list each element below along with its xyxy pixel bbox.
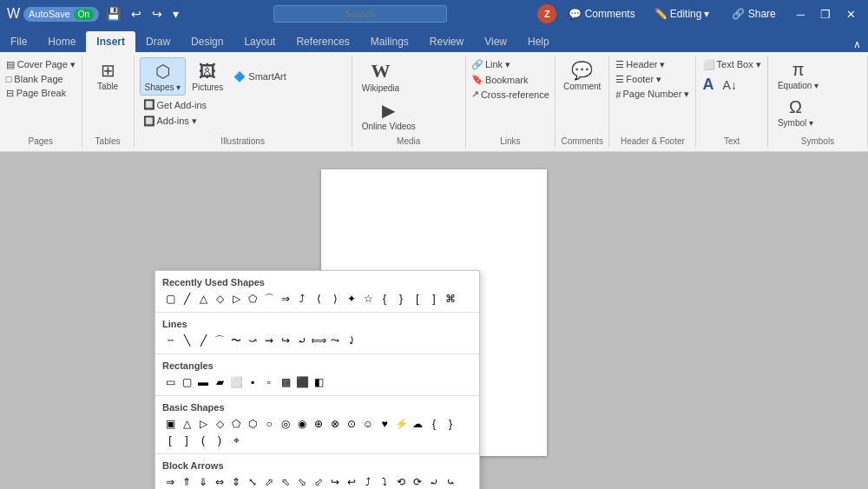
shape-item[interactable]: ⌖ [228,433,244,448]
shape-item[interactable]: ⤡ [245,474,260,489]
equation-button[interactable]: π Equation ▾ [773,57,823,93]
shape-item[interactable]: ⇑ [179,474,194,489]
footer-button[interactable]: ☰ Footer ▾ [612,72,693,87]
shape-item[interactable]: ⬁ [278,474,293,489]
shape-item[interactable]: ☁ [410,416,425,432]
shape-item[interactable]: ↪ [327,474,343,489]
shape-item[interactable]: ⇔ [212,474,227,489]
collapse-ribbon-button[interactable]: ∧ [846,36,868,52]
cover-page-button[interactable]: ▤ Cover Page ▾ [3,57,79,72]
shape-item[interactable]: ◇ [212,291,227,307]
wikipedia-button[interactable]: W Wikipedia [358,57,404,96]
tab-references[interactable]: References [286,31,359,52]
get-addins-button[interactable]: 🔲 Get Add-ins [140,97,210,112]
cross-reference-button[interactable]: ↗ Cross-reference [468,87,553,102]
online-videos-button[interactable]: ▶ Online Videos [358,97,420,134]
shape-item[interactable]: ☺ [360,416,376,432]
shape-item[interactable]: ⊙ [344,416,359,432]
shape-item[interactable]: ▢ [179,374,194,390]
link-button[interactable]: 🔗 Link ▾ [468,57,553,72]
wordart-button[interactable]: A [700,74,718,96]
tab-review[interactable]: Review [419,31,474,52]
shape-item[interactable]: ↩ [344,474,359,489]
bookmark-button[interactable]: 🔖 Bookmark [468,72,553,87]
shape-item[interactable]: ⬡ [245,416,260,432]
tab-home[interactable]: Home [37,31,86,52]
tab-draw[interactable]: Draw [135,31,181,52]
shape-item[interactable]: [ [162,433,178,448]
pictures-button[interactable]: 🖼 Pictures [187,59,227,95]
shape-item[interactable]: ⟩ [327,291,343,307]
shape-item[interactable]: ⟳ [410,474,425,489]
shape-item[interactable]: ▷ [195,416,211,432]
shape-item[interactable]: ◇ [212,416,227,432]
tab-mailings[interactable]: Mailings [360,31,419,52]
shape-item[interactable]: ▰ [212,374,227,390]
shape-item[interactable]: ) [212,433,227,448]
shape-item[interactable]: ⬛ [294,374,310,390]
shape-item[interactable]: ⟨ [311,291,326,307]
shape-item[interactable]: ⇒ [278,291,293,307]
smartart-button[interactable]: 🔷 SmartArt [229,69,290,85]
shape-item[interactable]: ⤵ [377,474,392,489]
tab-design[interactable]: Design [181,31,233,52]
editing-button[interactable]: ✏️ Editing ▾ [648,4,717,23]
comment-button[interactable]: 💬 Comment [559,57,605,94]
shape-item[interactable]: ⇕ [228,474,244,489]
shape-item[interactable]: ▪ [245,374,260,390]
tab-view[interactable]: View [474,31,517,52]
comments-button[interactable]: 💬 Comments [562,4,641,23]
shape-item[interactable]: ⇓ [195,474,211,489]
shape-item[interactable]: ⊗ [327,416,343,432]
shape-item[interactable]: } [393,291,409,307]
dropcap-button[interactable]: A↓ [720,74,740,96]
shape-item[interactable]: ⬂ [294,474,310,489]
shape-item[interactable]: ✦ [344,291,359,307]
shape-item[interactable]: 〜 [228,333,244,348]
tab-insert[interactable]: Insert [86,31,135,52]
shape-item[interactable]: ⇒ [162,474,178,489]
shape-item[interactable]: ⤴ [360,474,376,489]
shape-item[interactable]: △ [179,416,194,432]
blank-page-button[interactable]: □ Blank Page [3,72,79,86]
shape-item[interactable]: ◉ [294,416,310,432]
shapes-button[interactable]: ⬡ Shapes ▾ [140,57,187,96]
shape-item[interactable]: ⌘ [443,291,458,307]
shape-item[interactable]: ☆ [360,291,376,307]
shape-item[interactable]: △ [195,291,211,307]
shape-item[interactable]: ▫ [261,374,277,390]
autosave-toggle[interactable]: AutoSave On [23,7,99,22]
customize-qa-button[interactable]: ▾ [169,5,182,23]
save-button[interactable]: 💾 [102,5,124,23]
tab-layout[interactable]: Layout [233,31,286,52]
shape-item[interactable]: ⬃ [311,474,326,489]
redo-button[interactable]: ↪ [148,5,166,23]
tab-file[interactable]: File [0,31,37,52]
shape-item[interactable]: } [443,416,458,432]
page-number-button[interactable]: # Page Number ▾ [612,87,693,102]
shape-item[interactable]: ⤾ [426,474,442,489]
shape-item[interactable]: ( [195,433,211,448]
textbox-button[interactable]: ⬜ Text Box ▾ [700,57,765,72]
shape-item[interactable]: ⤸ [344,333,359,348]
tab-help[interactable]: Help [517,31,560,52]
shape-item[interactable]: ▢ [162,291,178,307]
shape-item[interactable]: ⤴ [294,291,310,307]
shape-item[interactable]: ⬠ [245,291,260,307]
shape-item[interactable]: ↪ [278,333,293,348]
shape-item[interactable]: ▩ [278,374,293,390]
shape-item[interactable]: ▭ [162,374,178,390]
shape-item[interactable]: { [377,291,392,307]
restore-button[interactable]: ❐ [815,6,836,23]
undo-button[interactable]: ↩ [128,5,145,23]
share-button[interactable]: 🔗 Share [721,4,786,23]
page-break-button[interactable]: ⊟ Page Break [3,86,79,101]
minimize-button[interactable]: ─ [792,6,810,23]
shape-item[interactable]: ] [179,433,194,448]
shape-item[interactable]: ◧ [311,374,326,390]
shape-item[interactable]: ⬜ [228,374,244,390]
shape-item[interactable]: ╌ [162,333,178,348]
table-button[interactable]: ⊞ Table [92,57,123,94]
shape-item[interactable]: ▣ [162,416,178,432]
shape-item[interactable]: ╱ [179,291,194,307]
